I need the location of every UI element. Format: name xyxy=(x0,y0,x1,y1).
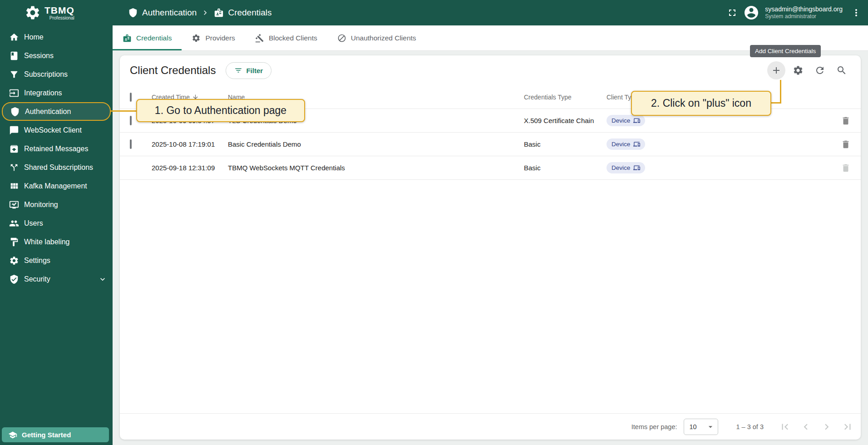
sidebar-item-retained-messages[interactable]: Retained Messages xyxy=(0,139,113,158)
monitoring-icon xyxy=(9,200,19,210)
search-button[interactable] xyxy=(833,61,851,79)
sidebar-item-label: Sessions xyxy=(24,52,54,60)
sidebar-item-integrations[interactable]: Integrations xyxy=(0,84,113,102)
previous-page-button[interactable] xyxy=(800,421,812,433)
unauthorized-clients-icon xyxy=(337,34,346,43)
providers-icon xyxy=(192,34,201,43)
users-icon xyxy=(9,218,19,228)
sidebar-item-authentication[interactable]: Authentication xyxy=(2,102,111,121)
sidebar-item-monitoring[interactable]: Monitoring xyxy=(0,195,113,214)
pagination-bar: Items per page: 10 1 – 3 of 3 xyxy=(120,413,861,440)
more-menu-button[interactable] xyxy=(851,7,862,18)
table-row[interactable]: 2025-09-18 12:31:09 TBMQ WebSockets MQTT… xyxy=(120,156,861,180)
next-page-button[interactable] xyxy=(821,421,833,433)
white-labeling-icon xyxy=(9,237,19,247)
sidebar-item-sessions[interactable]: Sessions xyxy=(0,46,113,65)
cell-credentials-type: Basic xyxy=(524,164,607,172)
tab-label: Providers xyxy=(205,34,235,42)
school-icon xyxy=(8,430,17,440)
main-content: Credentials Providers Blocked Clients Un… xyxy=(113,25,868,445)
subscriptions-icon xyxy=(9,69,19,79)
tab-unauthorized-clients[interactable]: Unauthorized Clients xyxy=(327,25,426,50)
filter-list-icon xyxy=(234,66,242,74)
sidebar-item-label: Settings xyxy=(24,257,50,265)
table-row[interactable]: 2025-10-08 17:19:01 Basic Credentials De… xyxy=(120,133,861,156)
tab-providers[interactable]: Providers xyxy=(182,25,245,50)
cell-name: TBMQ WebSockets MQTT Credentials xyxy=(228,164,524,172)
blocked-clients-icon xyxy=(255,34,264,43)
websocket-client-icon xyxy=(9,125,19,135)
annotation-step2: 2. Click on "plus" icon xyxy=(631,91,771,116)
client-type-badge: Device xyxy=(607,115,645,126)
callout1-connector-line xyxy=(111,110,136,112)
shield-icon xyxy=(128,8,138,18)
chevron-right-icon xyxy=(201,8,210,17)
sidebar-item-shared-subscriptions[interactable]: Shared Subscriptions xyxy=(0,158,113,177)
sidebar-item-label: Shared Subscriptions xyxy=(24,163,93,172)
authentication-icon xyxy=(10,107,20,117)
trash-icon xyxy=(841,163,851,173)
sidebar-item-label: Integrations xyxy=(24,89,62,97)
tab-credentials[interactable]: Credentials xyxy=(113,25,182,50)
sidebar-item-websocket-client[interactable]: WebSocket Client xyxy=(0,121,113,139)
select-all-checkbox[interactable] xyxy=(130,93,132,102)
add-client-credentials-button[interactable] xyxy=(767,61,785,79)
items-per-page-select[interactable]: 10 xyxy=(684,419,718,435)
delete-row-button-disabled xyxy=(834,163,851,173)
device-icon xyxy=(633,164,640,171)
first-page-button[interactable] xyxy=(779,421,791,433)
last-page-button[interactable] xyxy=(842,421,853,433)
delete-row-button[interactable] xyxy=(834,116,851,126)
cell-created-time: 2025-10-08 17:19:01 xyxy=(152,140,228,148)
more-vert-icon xyxy=(851,7,862,18)
sidebar-item-kafka-management[interactable]: Kafka Management xyxy=(0,177,113,195)
sidebar-item-label: Security xyxy=(24,275,50,283)
row-checkbox[interactable] xyxy=(130,139,132,149)
avatar[interactable] xyxy=(743,5,760,21)
fullscreen-icon[interactable] xyxy=(727,7,738,18)
table-settings-button[interactable] xyxy=(789,61,807,79)
sidebar-item-white-labeling[interactable]: White labeling xyxy=(0,232,113,251)
chevron-down-icon xyxy=(98,275,107,284)
refresh-icon xyxy=(814,65,825,76)
home-icon xyxy=(9,32,19,42)
search-icon xyxy=(836,65,847,76)
user-email: sysadmin@thingsboard.org xyxy=(765,5,843,14)
shared-subscriptions-icon xyxy=(9,163,19,173)
tab-label: Unauthorized Clients xyxy=(351,34,416,42)
brand-logo[interactable]: TBMQ Professional xyxy=(0,5,113,21)
tbmq-logo-icon xyxy=(25,5,41,21)
refresh-button[interactable] xyxy=(811,61,829,79)
cell-credentials-type: X.509 Certificate Chain xyxy=(524,117,607,124)
row-checkbox[interactable] xyxy=(130,116,132,125)
sidebar-item-security[interactable]: Security xyxy=(0,270,113,288)
getting-started-button[interactable]: Getting Started xyxy=(2,427,109,442)
breadcrumb-item-credentials[interactable]: Credentials xyxy=(214,8,271,18)
add-client-credentials-tooltip: Add Client Credentials xyxy=(750,45,821,57)
breadcrumb-label: Credentials xyxy=(228,8,271,18)
tab-blocked-clients[interactable]: Blocked Clients xyxy=(245,25,327,50)
tab-label: Blocked Clients xyxy=(269,34,317,42)
sidebar-item-label: WebSocket Client xyxy=(24,126,82,134)
sidebar-item-subscriptions[interactable]: Subscriptions xyxy=(0,65,113,84)
sidebar-item-home[interactable]: Home xyxy=(0,28,113,46)
credentials-icon xyxy=(214,8,224,18)
sidebar-item-settings[interactable]: Settings xyxy=(0,251,113,270)
column-credentials-type[interactable]: Credentials Type xyxy=(524,94,607,101)
filter-button[interactable]: Filter xyxy=(226,62,271,79)
breadcrumb-label: Authentication xyxy=(142,8,197,18)
breadcrumb-item-authentication[interactable]: Authentication xyxy=(128,8,197,18)
device-icon xyxy=(633,117,640,124)
sidebar-item-label: White labeling xyxy=(24,238,70,246)
breadcrumb: Authentication Credentials xyxy=(128,8,272,18)
delete-row-button[interactable] xyxy=(834,139,851,149)
sidebar-item-label: Users xyxy=(24,219,43,227)
kafka-management-icon xyxy=(9,181,19,191)
retained-messages-icon xyxy=(9,144,19,154)
sidebar-item-users[interactable]: Users xyxy=(0,214,113,232)
dropdown-caret-icon xyxy=(706,422,715,431)
top-header: TBMQ Professional Authentication Credent… xyxy=(0,0,868,25)
trash-icon xyxy=(841,139,851,149)
credentials-icon xyxy=(123,34,132,43)
pagination-range: 1 – 3 of 3 xyxy=(736,423,764,430)
